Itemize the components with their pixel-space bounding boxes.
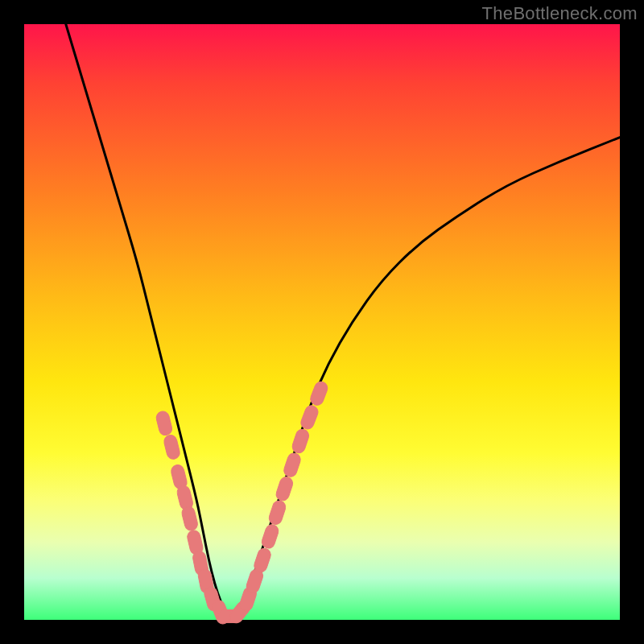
marker-point bbox=[180, 506, 199, 532]
plot-area bbox=[24, 24, 620, 620]
svg-rect-1 bbox=[163, 434, 181, 460]
marker-point bbox=[260, 523, 280, 551]
marker-point bbox=[299, 404, 320, 431]
marker-point bbox=[291, 427, 311, 455]
watermark-text: TheBottleneck.com bbox=[482, 3, 638, 24]
curve-svg bbox=[24, 24, 620, 620]
marker-group bbox=[155, 380, 330, 625]
svg-rect-16 bbox=[267, 499, 287, 526]
marker-point bbox=[308, 380, 329, 407]
svg-rect-21 bbox=[308, 380, 329, 407]
marker-point bbox=[283, 452, 303, 479]
svg-rect-19 bbox=[291, 427, 311, 455]
main-v-curve bbox=[66, 24, 620, 616]
chart-frame: TheBottleneck.com bbox=[0, 0, 644, 644]
marker-point bbox=[275, 475, 295, 502]
svg-rect-14 bbox=[253, 547, 273, 574]
marker-point bbox=[163, 434, 181, 460]
svg-rect-17 bbox=[275, 475, 295, 502]
marker-point bbox=[155, 410, 174, 436]
svg-rect-18 bbox=[283, 452, 303, 479]
marker-point bbox=[267, 499, 287, 526]
svg-rect-0 bbox=[155, 410, 174, 436]
marker-point bbox=[253, 547, 273, 574]
svg-rect-15 bbox=[260, 523, 280, 551]
svg-rect-4 bbox=[180, 506, 199, 532]
svg-rect-20 bbox=[299, 404, 320, 431]
